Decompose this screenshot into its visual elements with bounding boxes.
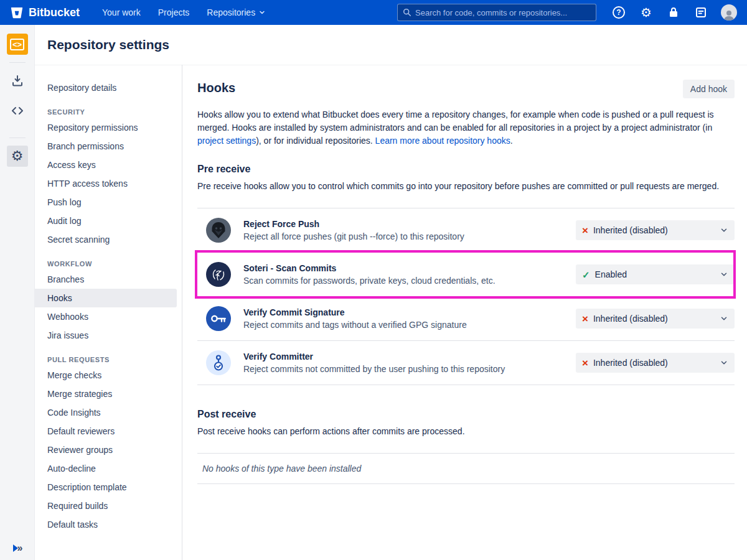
settings-sidebar: Repository details SECURITY Repository p… [35, 65, 182, 560]
empty-hooks-message: No hooks of this type have been installe… [202, 464, 361, 474]
post-receive-empty-area: No hooks of this type have been installe… [197, 453, 735, 484]
sidebar-item-branches[interactable]: Branches [35, 270, 177, 289]
feedback-icon[interactable] [693, 5, 708, 20]
bitbucket-logo[interactable]: Bitbucket [10, 6, 80, 19]
intro-text-1: Hooks allow you to extend what Bitbucket… [197, 110, 714, 133]
sidebar-item-branch-permissions[interactable]: Branch permissions [35, 137, 177, 156]
search-icon [403, 8, 411, 17]
soteri-logo-icon [206, 262, 231, 287]
hook-description: Reject all force pushes (git push --forc… [243, 231, 566, 241]
settings-gear-icon[interactable]: ⚙ [7, 146, 28, 167]
sidebar-item-merge-checks[interactable]: Merge checks [35, 366, 177, 385]
brand-name: Bitbucket [29, 6, 80, 19]
intro-text-3: . [510, 136, 513, 146]
hook-row-verify-committer: Verify Committer Reject commits not comm… [197, 340, 735, 385]
help-icon[interactable]: ? [611, 5, 626, 20]
admin-gear-icon[interactable]: ⚙ [639, 5, 654, 20]
chevron-down-icon [720, 314, 728, 323]
sidebar-item-secret-scanning[interactable]: Secret scanning [35, 230, 177, 249]
page-header: Repository settings [35, 25, 747, 65]
hook-status-dropdown[interactable]: ✓ Enabled [576, 264, 735, 284]
hook-name: Reject Force Push [243, 219, 566, 229]
global-search[interactable] [397, 4, 596, 21]
top-navigation: Bitbucket Your work Projects Repositorie… [0, 0, 747, 25]
nav-projects[interactable]: Projects [158, 7, 190, 17]
sidebar-section-workflow: WORKFLOW [35, 258, 182, 270]
hooks-intro: Hooks allow you to extend what Bitbucket… [197, 108, 735, 147]
hook-row-reject-force-push: Reject Force Push Reject all force pushe… [197, 208, 735, 252]
hook-name: Soteri - Scan Commits [243, 263, 566, 273]
search-input[interactable] [415, 8, 591, 17]
hook-status-label: Inherited (disabled) [593, 314, 668, 324]
main-content: Hooks Add hook Hooks allow you to extend… [182, 65, 747, 560]
sidebar-item-repository-details[interactable]: Repository details [35, 78, 177, 97]
repository-avatar[interactable]: <> [7, 34, 28, 55]
hook-status-dropdown[interactable]: × Inherited (disabled) [576, 220, 735, 240]
left-icon-rail: <> ⚙ » [0, 25, 35, 560]
nav-your-work[interactable]: Your work [102, 7, 141, 17]
disabled-x-icon: × [582, 358, 588, 368]
sidebar-item-jira-issues[interactable]: Jira issues [35, 326, 177, 345]
pre-receive-heading: Pre receive [197, 164, 735, 175]
disabled-x-icon: × [582, 314, 588, 324]
primary-nav: Your work Projects Repositories [102, 7, 266, 17]
sidebar-item-description-template[interactable]: Description template [35, 478, 177, 497]
sidebar-section-security: SECURITY [35, 106, 182, 118]
project-settings-link[interactable]: project settings [197, 136, 256, 146]
hook-name: Verify Commit Signature [243, 307, 566, 317]
pre-receive-hooks-table: Reject Force Push Reject all force pushe… [197, 208, 735, 385]
nav-repositories-label: Repositories [207, 7, 255, 17]
chevron-down-icon [258, 9, 266, 16]
sidebar-item-push-log[interactable]: Push log [35, 193, 177, 212]
person-icon [723, 9, 735, 21]
committer-check-icon [206, 350, 231, 375]
sidebar-item-default-tasks[interactable]: Default tasks [35, 515, 177, 534]
rail-divider [9, 138, 26, 138]
hook-description: Scan commits for passwords, private keys… [243, 276, 566, 286]
hook-row-verify-commit-signature: Verify Commit Signature Reject commits a… [197, 296, 735, 340]
rail-divider [9, 62, 26, 63]
sidebar-item-default-reviewers[interactable]: Default reviewers [35, 422, 177, 441]
hooks-heading: Hooks [197, 80, 235, 95]
sidebar-item-http-access-tokens[interactable]: HTTP access tokens [35, 174, 177, 193]
hook-status-label: Inherited (disabled) [593, 358, 668, 368]
sidebar-item-merge-strategies[interactable]: Merge strategies [35, 385, 177, 403]
hook-row-soteri-scan-commits: Soteri - Scan Commits Scan commits for p… [197, 252, 735, 296]
chevron-down-icon [720, 270, 728, 279]
user-avatar[interactable] [721, 4, 737, 21]
nav-repositories[interactable]: Repositories [207, 7, 266, 17]
clone-icon[interactable] [7, 70, 28, 91]
disabled-x-icon: × [582, 225, 588, 236]
sidebar-item-auto-decline[interactable]: Auto-decline [35, 459, 177, 478]
lock-icon[interactable] [666, 5, 681, 20]
source-code-icon[interactable] [7, 100, 28, 121]
pre-receive-description: Pre receive hooks allow you to control w… [197, 180, 735, 193]
intro-text-2: ), or for individual repositories. [256, 136, 375, 146]
chevron-down-icon [720, 358, 728, 367]
sidebar-item-reviewer-groups[interactable]: Reviewer groups [35, 441, 177, 459]
nav-utility-icons: ? ⚙ [611, 4, 737, 21]
sidebar-item-hooks[interactable]: Hooks [35, 289, 177, 307]
sidebar-item-access-keys[interactable]: Access keys [35, 156, 177, 174]
learn-more-link[interactable]: Learn more about repository hooks [375, 136, 510, 146]
add-hook-button[interactable]: Add hook [683, 80, 735, 98]
key-icon [206, 306, 231, 331]
darth-vader-icon [206, 218, 231, 243]
expand-sidebar-button[interactable]: » [12, 543, 23, 554]
page-title: Repository settings [47, 37, 169, 52]
post-receive-description: Post receive hooks can perform actions a… [197, 425, 735, 438]
hook-status-label: Inherited (disabled) [593, 225, 668, 235]
sidebar-item-webhooks[interactable]: Webhooks [35, 307, 177, 326]
sidebar-section-pull-requests: PULL REQUESTS [35, 353, 182, 366]
sidebar-item-required-builds[interactable]: Required builds [35, 497, 177, 515]
sidebar-item-repository-permissions[interactable]: Repository permissions [35, 118, 177, 137]
sidebar-item-code-insights[interactable]: Code Insights [35, 403, 177, 422]
hook-description: Reject commits and tags without a verifi… [243, 320, 566, 330]
sidebar-item-audit-log[interactable]: Audit log [35, 212, 177, 230]
enabled-check-icon: ✓ [582, 270, 590, 279]
hook-status-dropdown[interactable]: × Inherited (disabled) [576, 353, 735, 373]
hook-status-dropdown[interactable]: × Inherited (disabled) [576, 309, 735, 329]
chevron-down-icon [720, 226, 728, 235]
hook-status-label: Enabled [595, 269, 627, 279]
hook-description: Reject commits not committed by the user… [243, 364, 566, 374]
